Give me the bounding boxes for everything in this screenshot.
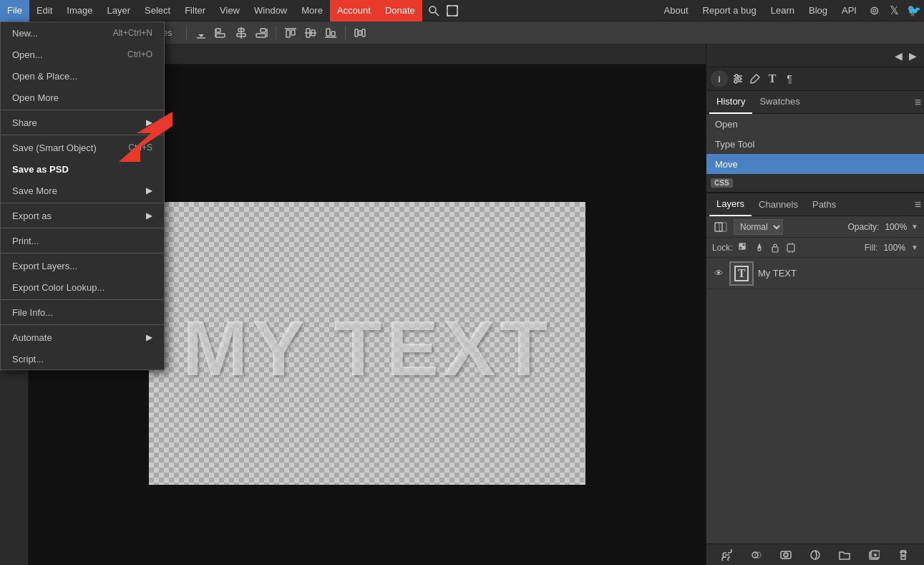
align-center-h-icon[interactable] <box>232 24 251 42</box>
brush-icon[interactable] <box>748 72 762 86</box>
menu-donate[interactable]: Donate <box>378 0 422 21</box>
menu-file[interactable]: File <box>0 0 29 21</box>
menu-print[interactable]: Print... <box>1 230 164 251</box>
menu-open-more[interactable]: Open More <box>1 87 164 108</box>
menu-share[interactable]: Share ▶ <box>1 112 164 133</box>
layer-entry-mytext[interactable]: 👁 T My TEXT <box>706 258 924 289</box>
blog-link[interactable]: Blog <box>802 0 835 21</box>
align-download-icon[interactable] <box>192 24 210 42</box>
search-icon[interactable] <box>428 5 439 16</box>
menu-file-info[interactable]: File Info... <box>1 301 164 323</box>
panel-collapse-left[interactable]: ◀ <box>891 49 905 63</box>
opacity-arrow[interactable]: ▼ <box>911 223 918 231</box>
svg-rect-24 <box>362 29 365 37</box>
effects-btn[interactable] <box>749 548 764 562</box>
menu-image[interactable]: Image <box>59 0 99 21</box>
svg-point-61 <box>784 553 788 557</box>
svg-line-1 <box>435 12 439 16</box>
facebook-icon[interactable]: 🐦 <box>906 3 922 19</box>
lock-pixels-icon[interactable] <box>739 243 749 253</box>
align-middle-icon[interactable] <box>301 24 320 42</box>
svg-rect-53 <box>787 244 794 251</box>
menu-save-more[interactable]: Save More ▶ <box>1 180 164 201</box>
sep7 <box>1 324 164 325</box>
align-right-icon[interactable] <box>252 24 271 42</box>
menu-view[interactable]: View <box>213 0 247 21</box>
svg-rect-13 <box>286 30 290 37</box>
panel-collapse-right[interactable]: ▶ <box>905 49 920 63</box>
menu-window[interactable]: Window <box>247 0 294 21</box>
tab-layers[interactable]: Layers <box>709 193 752 216</box>
tab-paths[interactable]: Paths <box>805 193 843 216</box>
distribute-icon[interactable] <box>351 24 369 42</box>
lock-paint-icon[interactable] <box>754 243 764 253</box>
opacity-label: Opacity: <box>847 222 879 232</box>
history-panel-menu[interactable]: ≡ <box>915 96 921 109</box>
lock-artboard-icon[interactable] <box>786 243 796 253</box>
menu-export-layers[interactable]: Export Layers... <box>1 255 164 276</box>
lock-label: Lock: <box>712 243 733 253</box>
css-strip: CSS <box>706 174 924 193</box>
svg-rect-10 <box>261 29 266 32</box>
layer-visibility-toggle[interactable]: 👁 <box>712 267 725 280</box>
svg-rect-14 <box>291 30 295 35</box>
lock-position-icon[interactable] <box>770 243 780 253</box>
menu-filter[interactable]: Filter <box>177 0 213 21</box>
svg-point-0 <box>429 6 436 13</box>
menu-automate[interactable]: Automate ▶ <box>1 327 164 348</box>
fullscreen-icon[interactable] <box>447 5 458 16</box>
sep3 <box>1 203 164 203</box>
layers-tabs: Layers Channels Paths ≡ <box>706 193 924 216</box>
align-bottom-icon[interactable] <box>321 24 340 42</box>
tab-history[interactable]: History <box>709 91 752 114</box>
about-link[interactable]: About <box>657 0 696 21</box>
menu-select[interactable]: Select <box>137 0 177 21</box>
adjustment-btn[interactable] <box>808 548 822 562</box>
menu-open-place[interactable]: Open & Place... <box>1 65 164 87</box>
menu-save-smart[interactable]: Save (Smart Object) Ctrl+S <box>1 137 164 158</box>
learn-link[interactable]: Learn <box>764 0 802 21</box>
twitter-icon[interactable]: 𝕏 <box>886 3 902 19</box>
css-badge: CSS <box>711 178 733 188</box>
svg-rect-22 <box>355 29 358 37</box>
svg-rect-20 <box>331 32 335 36</box>
tab-swatches[interactable]: Swatches <box>752 91 807 114</box>
fill-arrow[interactable]: ▼ <box>911 243 918 251</box>
type-tool-icon-panel[interactable]: T <box>765 72 779 86</box>
history-entry-typetool[interactable]: Type Tool <box>706 134 924 154</box>
history-entry-open[interactable]: Open <box>706 114 924 134</box>
mask-btn[interactable] <box>779 548 793 562</box>
blend-mode-select[interactable]: Normal <box>734 219 783 235</box>
right-panel-top: ◀ ▶ <box>706 44 924 67</box>
svg-rect-45 <box>715 223 722 231</box>
menu-layer[interactable]: Layer <box>100 0 138 21</box>
folder-btn[interactable] <box>837 548 852 562</box>
menu-more[interactable]: More <box>294 0 330 21</box>
menu-export-as[interactable]: Export as ▶ <box>1 205 164 226</box>
history-entry-move[interactable]: Move <box>706 154 924 174</box>
paragraph-icon[interactable]: ¶ <box>782 72 797 86</box>
menu-script[interactable]: Script... <box>1 348 164 370</box>
link-layers-btn[interactable] <box>720 548 734 562</box>
align-left-icon[interactable] <box>212 24 230 42</box>
align-top-icon[interactable] <box>281 24 300 42</box>
layers-panel-menu[interactable]: ≡ <box>915 198 921 211</box>
menu-edit[interactable]: Edit <box>29 0 59 21</box>
right-panel: ◀ ▶ i T ¶ History Swatches ≡ Open Type T… <box>706 44 924 565</box>
new-layer-btn[interactable] <box>867 548 881 562</box>
menu-save-psd[interactable]: Save as PSD <box>1 158 164 180</box>
info-icon[interactable]: i <box>711 70 728 87</box>
menu-export-color-lookup[interactable]: Export Color Lookup... <box>1 276 164 298</box>
report-bug-link[interactable]: Report a bug <box>696 0 764 21</box>
checker-canvas: MY TEXT <box>149 202 585 485</box>
reddit-icon[interactable]: ⊚ <box>866 3 882 19</box>
menu-account[interactable]: Account <box>330 0 378 21</box>
menu-new[interactable]: New... Alt+Ctrl+N <box>1 22 164 44</box>
sliders-icon[interactable] <box>731 72 745 86</box>
menu-open[interactable]: Open... Ctrl+O <box>1 44 164 65</box>
api-link[interactable]: API <box>835 0 864 21</box>
delete-layer-btn[interactable] <box>896 548 910 562</box>
history-tabs: History Swatches ≡ <box>706 91 924 114</box>
tab-channels[interactable]: Channels <box>752 193 805 216</box>
panel-bottom <box>706 544 924 565</box>
